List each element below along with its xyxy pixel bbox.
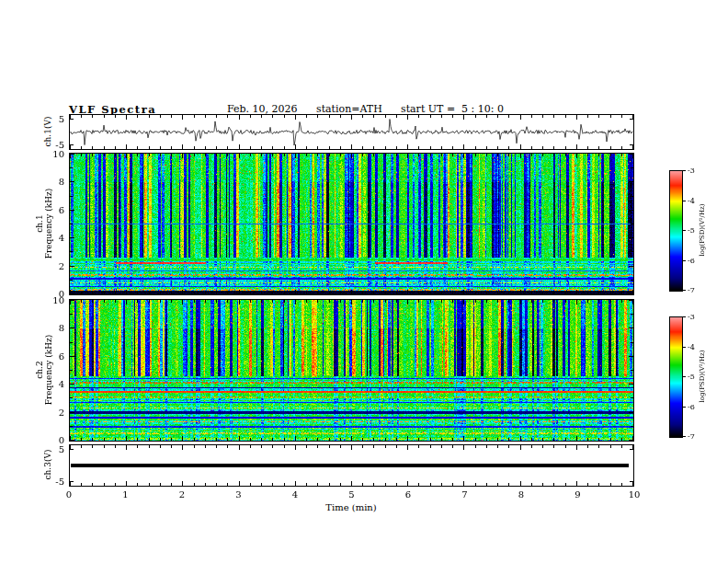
x-tick [205,300,206,303]
x-tick [216,438,217,441]
y-tick-label: 5 [44,444,64,454]
x-tick [81,438,82,441]
x-tick [396,438,397,441]
x-tick [149,483,150,486]
x-tick [227,300,228,303]
x-tick [104,146,105,149]
x-tick [126,154,127,158]
x-tick [137,438,138,441]
x-tick [295,290,296,294]
x-tick [250,300,251,303]
x-tick [385,483,386,486]
x-tick [463,115,464,120]
x-tick [126,445,127,450]
x-tick [520,144,521,149]
x-tick [295,436,296,441]
x-tick [407,115,408,120]
x-tick [576,144,577,149]
x-tick-label: 1 [118,489,134,500]
y-tick [631,280,633,281]
x-tick [340,483,341,486]
y-tick-label: 4 [44,233,64,243]
x-tick [463,144,464,149]
x-tick [497,292,498,294]
x-tick [452,483,453,486]
ch2-spec-ylabel: ch.2 Frequency (kHz) [35,319,53,420]
x-tick [261,115,262,118]
x-tick [430,438,431,441]
x-tick [418,292,419,294]
x-tick [239,115,240,120]
x-tick-label: 0 [61,489,77,500]
x-tick [418,438,419,441]
x-tick [430,115,431,118]
colorbar-tick-dash [683,376,686,377]
x-tick [329,483,330,486]
ch2-spec-channel-label: ch.2 [35,319,44,420]
x-tick [194,300,195,303]
x-tick [362,445,363,448]
y-tick-label: -5 [44,477,64,487]
x-tick [587,115,588,118]
x-tick [486,292,487,294]
x-tick [81,115,82,118]
x-tick [598,445,599,448]
x-tick [261,483,262,486]
x-tick [508,292,509,294]
x-tick [81,146,82,149]
x-tick [486,146,487,149]
x-tick [497,438,498,441]
ch2-spectrogram-canvas [70,300,633,441]
x-tick [418,300,419,303]
x-tick [576,154,577,158]
x-tick [160,300,161,303]
x-tick [508,115,509,118]
x-tick [261,292,262,294]
x-tick [317,115,318,118]
x-tick [418,483,419,486]
x-tick [542,154,543,156]
y-tick [70,154,74,155]
x-tick [250,445,251,448]
x-tick [306,146,307,149]
x-tick [194,445,195,448]
x-tick [418,146,419,149]
x-tick [441,438,442,441]
x-tick [452,154,453,156]
vlf-spectra-figure: VLF Spectra Feb. 10, 2026 station=ATH st… [0,0,728,563]
y-tick [70,412,74,413]
x-tick [92,154,93,156]
x-tick [295,154,296,158]
x-tick [227,146,228,149]
x-tick [250,154,251,156]
x-tick [272,154,273,156]
x-tick [306,115,307,118]
x-tick [317,438,318,441]
x-tick [396,445,397,448]
y-tick-label: -5 [44,140,64,150]
x-tick [508,300,509,303]
x-tick-label: 8 [513,489,529,500]
y-tick [70,167,73,168]
x-tick [598,115,599,118]
y-tick [629,384,633,385]
x-tick [261,438,262,441]
x-tick [340,445,341,448]
x-tick [239,144,240,149]
x-tick [565,115,566,118]
x-tick [621,115,622,118]
x-tick [610,146,611,149]
x-tick [149,292,150,294]
x-tick [621,483,622,486]
x-tick [610,483,611,486]
x-tick [373,483,374,486]
x-tick [621,292,622,294]
x-tick [329,292,330,294]
x-tick [81,483,82,486]
ch3-waveform-panel [69,444,634,487]
colorbar-tick-dash [683,201,686,201]
x-tick [104,438,105,441]
x-tick [475,146,476,149]
x-tick [576,300,577,304]
y-tick [629,440,633,441]
